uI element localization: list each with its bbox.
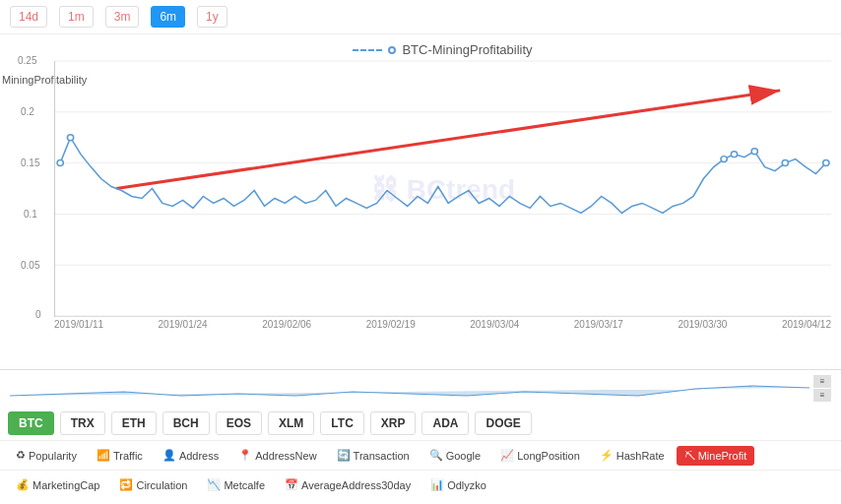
x-label: 2019/04/12 <box>782 319 831 330</box>
metric-label: LongPosition <box>517 450 580 462</box>
svg-point-14 <box>823 160 829 166</box>
coin-btn-ltc[interactable]: LTC <box>320 411 363 435</box>
coin-btn-eos[interactable]: EOS <box>216 411 262 435</box>
coin-btn-btc[interactable]: BTC <box>8 411 54 435</box>
svg-point-13 <box>782 160 788 166</box>
metric-label: Google <box>446 450 481 462</box>
metric-label: Transaction <box>354 450 410 462</box>
x-label: 2019/02/19 <box>366 319 416 330</box>
time-btn-14d[interactable]: 14d <box>10 6 47 28</box>
metric-label: AddressNew <box>255 450 316 462</box>
top-bar: 14d1m3m6m1y <box>0 0 841 34</box>
x-label: 2019/01/11 <box>54 319 103 330</box>
chart-title: BTC-MiningProfitability <box>402 42 532 57</box>
metric-label: Popularity <box>29 450 77 462</box>
metric-addressnew[interactable]: 📍AddressNew <box>230 445 324 466</box>
metric-icon: 📍 <box>238 449 252 462</box>
metric-icon: ♻ <box>16 449 26 462</box>
metric-longposition[interactable]: 📈LongPosition <box>492 445 588 466</box>
svg-point-10 <box>721 157 727 162</box>
metric-icon: 📉 <box>207 478 221 491</box>
coin-btn-xlm[interactable]: XLM <box>268 411 314 435</box>
time-btn-1y[interactable]: 1y <box>197 6 227 28</box>
metrics-bar-1: ♻Popularity📶Traffic👤Address📍AddressNew🔄T… <box>0 441 841 471</box>
metric-icon: 📶 <box>97 449 110 462</box>
svg-point-8 <box>57 160 63 166</box>
metric-mineprofit[interactable]: ⛏MineProfit <box>677 446 755 466</box>
metric-label: MarketingCap <box>32 479 99 491</box>
metric-icon: 📊 <box>430 478 444 491</box>
time-btn-6m[interactable]: 6m <box>151 6 185 28</box>
metric-averageaddress30day[interactable]: 📅AverageAddress30day <box>277 474 419 495</box>
coin-btn-eth[interactable]: ETH <box>111 411 157 435</box>
x-label: 2019/03/17 <box>574 319 623 330</box>
chart-title-container: BTC-MiningProfitability <box>54 42 831 57</box>
coin-btn-xrp[interactable]: XRP <box>370 411 417 435</box>
svg-line-7 <box>116 91 780 189</box>
svg-point-9 <box>67 135 73 141</box>
metric-icon: 💰 <box>16 478 30 491</box>
metric-circulation[interactable]: 🔁Circulation <box>111 474 195 495</box>
time-btn-3m[interactable]: 3m <box>105 6 140 28</box>
metric-hashrate[interactable]: ⚡HashRate <box>592 445 673 466</box>
metric-icon: 📅 <box>285 478 298 491</box>
svg-point-12 <box>751 149 757 155</box>
metric-marketingcap[interactable]: 💰MarketingCap <box>8 474 107 495</box>
metric-label: Circulation <box>136 479 187 491</box>
metric-label: Metcalfe <box>224 479 265 491</box>
time-btn-1m[interactable]: 1m <box>59 6 94 28</box>
metric-traffic[interactable]: 📶Traffic <box>89 445 151 466</box>
chart-area: BTC-MiningProfitability MiningProfitabil… <box>0 34 841 369</box>
coin-btn-bch[interactable]: BCH <box>162 411 210 435</box>
coin-bar: BTCTRXETHBCHEOSXLMLTCXRPADADOGE <box>0 407 841 441</box>
coin-btn-doge[interactable]: DOGE <box>475 411 531 435</box>
metric-address[interactable]: 👤Address <box>155 445 226 466</box>
metric-transaction[interactable]: 🔄Transaction <box>329 445 418 466</box>
metric-label: MineProfit <box>698 450 747 462</box>
metric-icon: ⛏ <box>684 450 695 462</box>
x-label: 2019/03/30 <box>678 319 727 330</box>
scroll-right-btn[interactable]: ≡ <box>813 389 831 402</box>
scroll-controls: ≡ ≡ <box>813 375 831 402</box>
x-labels: 2019/01/112019/01/242019/02/062019/02/19… <box>54 317 831 330</box>
mini-chart-inner <box>10 374 809 404</box>
x-label: 2019/02/06 <box>262 319 311 330</box>
chart-canvas-container: 0.25 0.2 0.15 0.1 0.05 0 ⛓ BCtrend <box>54 61 831 317</box>
metric-icon: 📈 <box>500 449 514 462</box>
svg-point-11 <box>731 152 737 158</box>
metric-icon: ⚡ <box>600 449 614 462</box>
metric-label: HashRate <box>616 450 665 462</box>
mini-chart[interactable]: ≡ ≡ <box>0 369 841 407</box>
chart-svg <box>55 61 831 316</box>
metric-label: AverageAddress30day <box>301 479 411 491</box>
metric-icon: 🔁 <box>119 478 133 491</box>
metric-icon: 🔍 <box>429 449 443 462</box>
metric-odlyzko[interactable]: 📊Odlyzko <box>422 474 494 495</box>
metric-icon: 🔄 <box>337 449 351 462</box>
x-label: 2019/03/04 <box>470 319 519 330</box>
scroll-left-btn[interactable]: ≡ <box>813 375 831 388</box>
metric-label: Odlyzko <box>447 479 486 491</box>
metric-metcalfe[interactable]: 📉Metcalfe <box>199 474 273 495</box>
metric-google[interactable]: 🔍Google <box>421 445 488 466</box>
metric-label: Address <box>179 450 219 462</box>
metric-label: Traffic <box>113 450 143 462</box>
coin-btn-trx[interactable]: TRX <box>60 411 105 435</box>
metric-icon: 👤 <box>162 449 176 462</box>
metric-popularity[interactable]: ♻Popularity <box>8 445 85 466</box>
x-label: 2019/01/24 <box>159 319 208 330</box>
metrics-bar-2: 💰MarketingCap🔁Circulation📉Metcalfe📅Avera… <box>0 471 841 499</box>
coin-btn-ada[interactable]: ADA <box>421 411 469 435</box>
